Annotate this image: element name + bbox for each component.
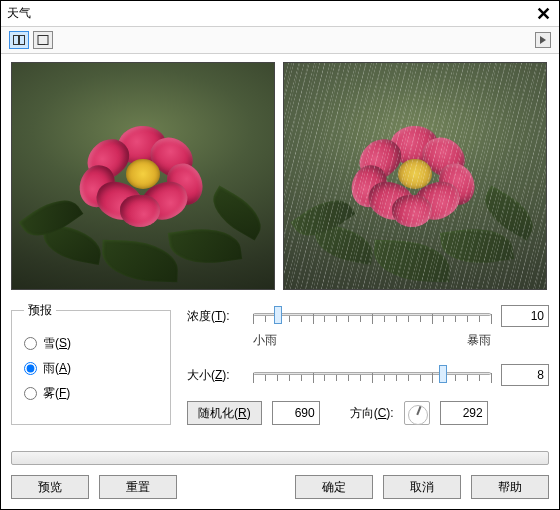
play-icon[interactable] <box>535 32 551 48</box>
svg-rect-2 <box>38 36 48 45</box>
randomize-seed[interactable] <box>272 401 320 425</box>
size-value[interactable] <box>501 364 549 386</box>
direction-value[interactable] <box>440 401 488 425</box>
forecast-legend: 预报 <box>24 302 56 319</box>
size-slider[interactable] <box>253 364 491 386</box>
help-button[interactable]: 帮助 <box>471 475 549 499</box>
radio-fog-label[interactable]: 雾(F) <box>43 385 70 402</box>
window-title: 天气 <box>7 5 31 22</box>
progress-bar <box>11 451 549 465</box>
svg-rect-1 <box>20 36 25 45</box>
radio-rain-label[interactable]: 雨(A) <box>43 360 71 377</box>
close-icon[interactable]: ✕ <box>536 5 551 23</box>
radio-fog[interactable]: 雾(F) <box>24 385 160 402</box>
radio-fog-input[interactable] <box>24 387 37 400</box>
intensity-high-label: 暴雨 <box>467 332 491 349</box>
footer: 预览 重置 确定 取消 帮助 <box>1 465 559 509</box>
radio-snow-input[interactable] <box>24 337 37 350</box>
titlebar: 天气 ✕ <box>1 1 559 26</box>
toolbar <box>1 26 559 54</box>
ok-button[interactable]: 确定 <box>295 475 373 499</box>
intensity-low-label: 小雨 <box>253 332 277 349</box>
view-single-button[interactable] <box>33 31 53 49</box>
direction-dial[interactable] <box>404 401 430 425</box>
forecast-group: 预报 雪(S) 雨(A) 雾(F) <box>11 302 171 425</box>
preview-original[interactable] <box>11 62 275 290</box>
svg-rect-0 <box>14 36 19 45</box>
radio-rain[interactable]: 雨(A) <box>24 360 160 377</box>
view-side-by-side-button[interactable] <box>9 31 29 49</box>
intensity-slider[interactable] <box>253 305 491 327</box>
svg-marker-3 <box>540 36 546 44</box>
radio-snow[interactable]: 雪(S) <box>24 335 160 352</box>
intensity-value[interactable] <box>501 305 549 327</box>
cancel-button[interactable]: 取消 <box>383 475 461 499</box>
reset-button[interactable]: 重置 <box>99 475 177 499</box>
preview-effect[interactable] <box>283 62 547 290</box>
radio-rain-input[interactable] <box>24 362 37 375</box>
randomize-button[interactable]: 随机化(R) <box>187 401 262 425</box>
direction-label: 方向(C): <box>350 405 394 422</box>
preview-button[interactable]: 预览 <box>11 475 89 499</box>
intensity-label: 浓度(T): <box>187 308 243 325</box>
preview-panes <box>11 62 549 290</box>
radio-snow-label[interactable]: 雪(S) <box>43 335 71 352</box>
size-label: 大小(Z): <box>187 367 243 384</box>
